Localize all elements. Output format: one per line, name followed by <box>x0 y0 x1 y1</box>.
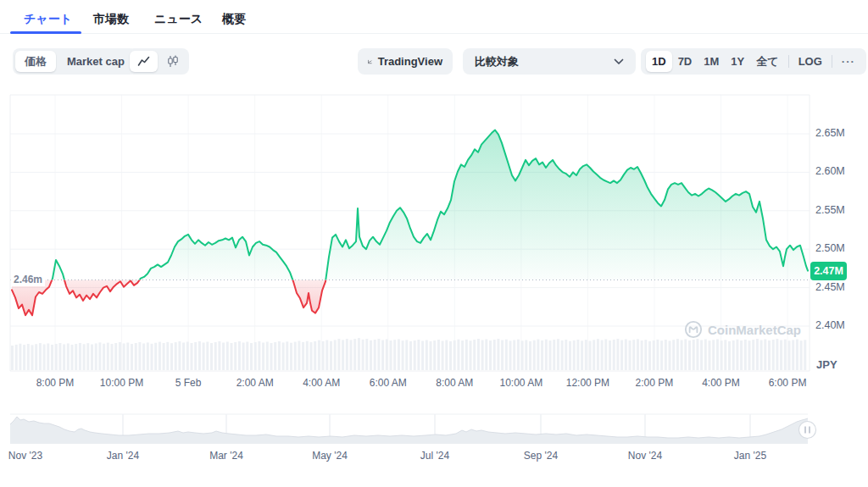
metric-marketcap-button[interactable]: Market cap <box>58 51 134 72</box>
crypto-chart-page: チャート 市場数 ニュース 概要 価格 Market cap <box>0 0 868 487</box>
tab-overview[interactable]: 概要 <box>222 12 246 27</box>
x-axis-label: 6:00 PM <box>749 377 826 389</box>
navigator-date-label: Jan '25 <box>712 450 788 462</box>
line-chart-icon <box>137 56 150 67</box>
tradingview-button[interactable]: TradingView <box>358 48 453 75</box>
y-axis-label: 2.50M <box>815 242 845 254</box>
log-scale-button[interactable]: LOG <box>793 51 828 72</box>
compare-dropdown-label: 比較対象 <box>475 54 519 69</box>
tab-chart[interactable]: チャート <box>24 12 72 27</box>
more-options-button[interactable]: ··· <box>836 51 861 72</box>
tab-news[interactable]: ニュース <box>154 12 203 27</box>
tabbar-divider <box>0 33 868 34</box>
interval-1y-button[interactable]: 1Y <box>725 51 750 72</box>
candlestick-icon-button[interactable] <box>159 51 186 72</box>
navigator-date-label: May '24 <box>292 450 368 462</box>
interval-group: 1D 7D 1M 1Y 全て LOG ··· <box>641 48 866 75</box>
line-chart-icon-button[interactable] <box>130 51 158 72</box>
active-tab-underline <box>10 31 81 34</box>
x-axis-label: 8:00 AM <box>416 377 492 389</box>
x-axis-label: 10:00 PM <box>84 377 160 389</box>
current-price-badge: 2.47M <box>810 262 847 280</box>
y-axis-label: 2.40M <box>815 319 845 331</box>
navigator-date-label: Nov '23 <box>0 450 64 462</box>
navigator-date-label: Jul '24 <box>397 450 473 462</box>
x-axis-label: 6:00 AM <box>350 377 426 389</box>
tradingview-label: TradingView <box>378 55 442 68</box>
navigator-date-label: Nov '24 <box>607 450 683 462</box>
compare-dropdown[interactable]: 比較対象 <box>463 48 636 75</box>
x-axis-label: 10:00 AM <box>483 377 559 389</box>
navigator-date-label: Jan '24 <box>85 450 161 462</box>
interval-separator <box>788 55 789 68</box>
interval-7d-button[interactable]: 7D <box>672 51 698 72</box>
y-axis-label: 2.45M <box>815 281 845 293</box>
tab-bar: チャート 市場数 ニュース 概要 <box>0 0 868 35</box>
metric-price-button[interactable]: 価格 <box>15 51 56 72</box>
navigator-date-label: Mar '24 <box>188 450 264 462</box>
navigator-handle[interactable] <box>798 420 818 440</box>
x-axis-label: 4:00 AM <box>283 377 359 389</box>
metric-toggle: 価格 Market cap <box>13 48 136 75</box>
tab-markets[interactable]: 市場数 <box>93 12 129 27</box>
chevron-down-icon <box>614 58 624 65</box>
navigator-date-label: Sep '24 <box>503 450 579 462</box>
x-axis-label: 5 Feb <box>150 377 226 389</box>
main-chart-area[interactable] <box>10 95 810 371</box>
range-navigator[interactable] <box>0 413 868 447</box>
tradingview-icon <box>368 56 372 68</box>
interval-1m-button[interactable]: 1M <box>698 51 725 72</box>
y-axis-label: 2.65M <box>815 127 845 139</box>
currency-unit-label: JPY <box>816 358 837 371</box>
x-axis-label: 8:00 PM <box>17 377 93 389</box>
x-axis-label: 2:00 PM <box>616 377 693 389</box>
interval-1d-button[interactable]: 1D <box>646 51 672 72</box>
interval-all-button[interactable]: 全て <box>750 51 784 72</box>
chart-toolbar: 価格 Market cap Tra <box>0 48 868 75</box>
y-axis-label: 2.55M <box>815 204 845 216</box>
candlestick-icon <box>167 55 179 68</box>
y-axis-label: 2.60M <box>815 165 845 177</box>
x-axis-label: 12:00 PM <box>549 377 626 389</box>
interval-separator <box>832 55 832 68</box>
chart-type-toggle <box>127 48 189 75</box>
x-axis-label: 4:00 PM <box>683 377 760 389</box>
x-axis-label: 2:00 AM <box>217 377 293 389</box>
